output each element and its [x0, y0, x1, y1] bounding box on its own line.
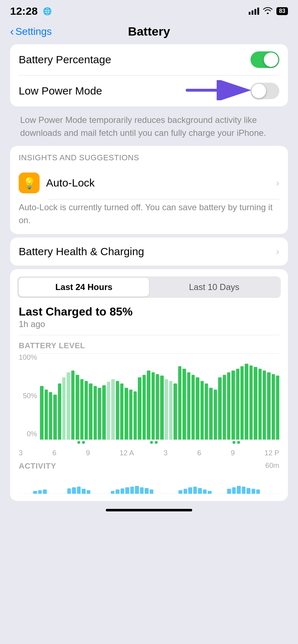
bar-col-35 [196, 353, 199, 440]
back-button[interactable]: ‹ Settings [10, 26, 52, 37]
activity-bar [252, 489, 255, 494]
low-power-mode-toggle[interactable] [250, 83, 279, 99]
charge-subtitle: 1h ago [10, 319, 288, 335]
bars-wrapper [40, 353, 279, 440]
bar-fill [231, 371, 235, 440]
battery-indicator: 83 [276, 7, 288, 15]
wifi-icon [263, 7, 273, 16]
activity-bar [62, 493, 66, 494]
auto-lock-icon: 💡 [19, 172, 40, 193]
charging-dot [82, 441, 85, 444]
low-power-mode-label: Low Power Mode [19, 85, 102, 97]
activity-bar [237, 486, 240, 494]
bar-col-15 [107, 353, 110, 440]
charging-slot [87, 441, 90, 447]
activity-bar [169, 493, 173, 494]
activity-bar [135, 486, 139, 494]
last-24h-tab[interactable]: Last 24 Hours [19, 278, 149, 296]
bar-fill [169, 381, 172, 440]
activity-bar [222, 493, 226, 494]
bar-fill [182, 369, 186, 440]
charging-slot [140, 441, 144, 447]
charging-slot [252, 441, 255, 447]
x-label-8: 12 P [265, 449, 279, 457]
charging-slot [242, 441, 245, 447]
bar-col-25 [152, 353, 155, 440]
activity-bar [247, 488, 250, 494]
bar-col-12 [94, 353, 97, 440]
activity-bar [213, 493, 216, 494]
activity-bar [106, 493, 109, 494]
purple-arrow-annotation [184, 80, 256, 102]
battery-percentage-toggle[interactable] [250, 51, 279, 68]
bar-fill [200, 381, 204, 440]
bar-col-27 [160, 353, 163, 440]
charging-slot [208, 441, 211, 447]
battery-chart-container: 100% 50% 0% [10, 353, 288, 440]
health-chevron-icon: › [276, 246, 279, 257]
bar-fill [272, 374, 275, 440]
activity-bar [87, 490, 90, 494]
bar-fill [165, 379, 168, 440]
bar-fill [187, 372, 190, 440]
activity-bar [19, 493, 22, 494]
last-10d-tab[interactable]: Last 10 Days [149, 278, 279, 296]
bar-col-7 [71, 353, 74, 440]
activity-bar [43, 489, 46, 494]
bar-fill [102, 385, 105, 440]
back-chevron-icon: ‹ [10, 26, 14, 37]
auto-lock-label: Auto-Lock [46, 177, 270, 189]
bar-fill [214, 390, 217, 440]
charging-slot [116, 441, 119, 447]
bar-fill [125, 388, 128, 440]
activity-chart [10, 472, 288, 501]
y-label-50: 50% [23, 392, 37, 400]
activity-bar [217, 493, 221, 494]
bar-col-1 [45, 353, 48, 440]
activity-bar [140, 487, 144, 494]
bar-fill [111, 379, 114, 440]
x-label-2: 6 [52, 449, 56, 457]
bar-fill [236, 369, 239, 440]
bar-fill [218, 377, 221, 440]
activity-bar [48, 493, 51, 494]
activity-bar [203, 489, 207, 494]
bar-col-11 [89, 353, 92, 440]
charging-slot [135, 441, 139, 447]
chevron-right-icon: › [276, 178, 279, 189]
chart-area [40, 353, 279, 440]
bar-col-5 [62, 353, 66, 440]
bar-fill [152, 372, 155, 440]
bar-fill [209, 388, 212, 440]
bar-fill [76, 375, 79, 440]
x-label-3: 9 [86, 449, 90, 457]
bar-fill [89, 383, 92, 440]
activity-bar [130, 487, 134, 494]
activity-bar [266, 493, 270, 494]
charging-dot [237, 441, 240, 444]
battery-level-label: BATTERY LEVEL [10, 335, 288, 353]
charging-slot [276, 441, 279, 447]
charging-slot [38, 441, 42, 447]
bar-fill [85, 381, 88, 440]
bar-fill [147, 371, 150, 440]
charging-slot [174, 441, 177, 447]
bar-col-10 [85, 353, 88, 440]
bar-fill [49, 392, 52, 440]
charging-slot [91, 441, 95, 447]
health-charging-item[interactable]: Battery Health & Charging › [10, 238, 288, 266]
x-label-7: 9 [231, 449, 235, 457]
auto-lock-item[interactable]: 💡 Auto-Lock › [10, 167, 288, 199]
bar-col-46 [245, 353, 248, 440]
charging-slot [237, 441, 240, 447]
activity-bar [82, 489, 85, 494]
y-label-100: 100% [19, 353, 37, 362]
charging-slot [82, 441, 85, 447]
activity-label: ACTIVITY [10, 457, 288, 472]
bar-col-39 [214, 353, 217, 440]
activity-bar [276, 493, 279, 494]
bar-col-40 [218, 353, 221, 440]
activity-bar [232, 487, 236, 494]
bar-fill [240, 366, 244, 440]
bar-col-22 [138, 353, 141, 440]
